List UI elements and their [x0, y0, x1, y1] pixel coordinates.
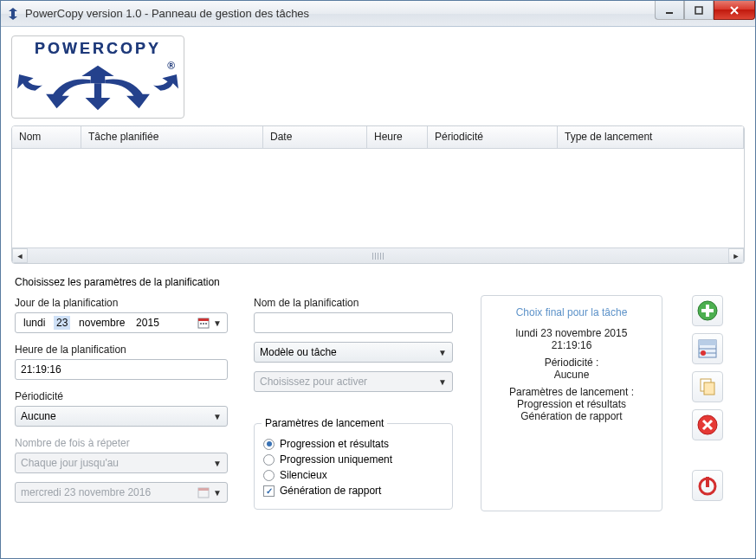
until-value: mercredi 23 novembre 2016 [21, 486, 151, 498]
chevron-down-icon: ▼ [213, 488, 222, 498]
table-header: Nom Tâche planifiée Date Heure Périodici… [12, 126, 744, 149]
svg-rect-3 [198, 318, 209, 321]
plan-name-column: Nom de la planification Modèle ou tâche … [254, 295, 453, 511]
time-value: 21:19:16 [21, 363, 61, 376]
calendar-icon [196, 485, 211, 499]
day-label: Jour de la planification [15, 297, 228, 309]
titlebar[interactable]: PowerCopy version 1.0 - Panneau de gesti… [1, 1, 755, 27]
summary-launch-line2: Génération de rapport [490, 410, 653, 422]
client-area: POWERCOPY ® Nom Tâche plan [1, 27, 755, 558]
launch-params-legend: Paramètres de lancement [262, 417, 387, 429]
maximize-button[interactable] [684, 1, 714, 20]
app-icon [6, 7, 20, 21]
model-or-task-select[interactable]: Modèle ou tâche ▼ [254, 342, 453, 363]
schedule-params-column: Jour de la planification lundi 23 novemb… [15, 295, 228, 511]
svg-point-16 [701, 350, 706, 356]
summary-time: 21:19:16 [490, 339, 653, 351]
svg-rect-6 [205, 323, 207, 324]
window-title: PowerCopy version 1.0 - Panneau de gesti… [25, 7, 655, 20]
svg-rect-13 [699, 340, 716, 345]
choose-to-activate-placeholder: Choisissez pour activer [260, 376, 367, 388]
action-buttons-column [692, 295, 723, 511]
tasks-table: Nom Tâche planifiée Date Heure Périodici… [11, 125, 745, 264]
col-periodicite[interactable]: Périodicité [428, 126, 558, 148]
chevron-down-icon: ▼ [213, 459, 222, 468]
app-window: PowerCopy version 1.0 - Panneau de gesti… [0, 0, 756, 559]
svg-rect-21 [706, 477, 709, 487]
day-day: 23 [54, 316, 70, 330]
svg-rect-4 [200, 323, 202, 324]
summary-period-label: Périodicité : [490, 357, 653, 369]
summary-panel: Choix final pour la tâche lundi 23 novem… [481, 295, 662, 511]
scroll-grip-icon [372, 253, 384, 260]
col-nom[interactable]: Nom [12, 126, 81, 148]
svg-rect-1 [695, 7, 702, 14]
plan-name-label: Nom de la planification [254, 297, 453, 309]
power-exit-button[interactable] [692, 470, 723, 501]
chevron-down-icon: ▼ [438, 348, 447, 357]
close-button[interactable] [714, 1, 755, 20]
svg-rect-11 [701, 309, 714, 312]
time-label: Heure de la planification [15, 344, 228, 356]
schedule-task-button[interactable] [692, 333, 723, 364]
periodicity-value: Aucune [21, 410, 56, 422]
repeat-select: Chaque jour jusqu'au ▼ [15, 453, 228, 473]
svg-rect-0 [666, 12, 673, 14]
launch-params-fieldset: Paramètres de lancement Progression et r… [254, 423, 453, 510]
minimize-button[interactable] [655, 1, 684, 20]
logo-text: POWERCOPY [17, 40, 178, 58]
summary-period-value: Aucune [490, 369, 653, 381]
svg-rect-5 [203, 323, 204, 324]
checkbox-icon[interactable] [263, 485, 275, 497]
opt-progress-only[interactable]: Progression uniquement [263, 453, 443, 466]
day-month: novembre [76, 316, 127, 330]
until-date-picker: mercredi 23 novembre 2016 ▼ [15, 482, 228, 503]
periodicity-select[interactable]: Aucune ▼ [15, 406, 228, 427]
radio-icon[interactable] [263, 470, 275, 481]
section-title: Choisissez les paramètres de la planific… [15, 276, 745, 288]
opt-silent[interactable]: Silencieux [263, 469, 443, 481]
time-input[interactable]: 21:19:16 [15, 359, 228, 380]
table-body[interactable] [12, 149, 744, 247]
summary-launch-label: Paramètres de lancement : [490, 386, 653, 398]
day-dow: lundi [21, 316, 48, 330]
model-or-task-placeholder: Modèle ou tâche [260, 346, 337, 358]
summary-head: Choix final pour la tâche [490, 306, 653, 318]
scroll-right-button[interactable]: ► [728, 248, 744, 263]
window-buttons [655, 1, 755, 26]
radio-icon[interactable] [263, 439, 275, 450]
app-logo: POWERCOPY ® [11, 35, 184, 119]
chevron-down-icon: ▼ [213, 412, 222, 421]
copy-task-button[interactable] [692, 371, 723, 402]
svg-rect-8 [198, 488, 209, 491]
chevron-down-icon[interactable]: ▼ [213, 318, 222, 328]
col-type[interactable]: Type de lancement [558, 126, 744, 148]
summary-date: lundi 23 novembre 2015 [490, 327, 653, 339]
horizontal-scrollbar[interactable]: ◄ ► [12, 247, 744, 263]
opt-progress-results[interactable]: Progression et résultats [263, 438, 443, 450]
registered-icon: ® [167, 60, 175, 72]
choose-to-activate-select: Choisissez pour activer ▼ [254, 371, 453, 392]
periodicity-label: Périodicité [15, 390, 228, 402]
add-task-button[interactable] [692, 295, 723, 326]
radio-icon[interactable] [263, 454, 275, 466]
delete-task-button[interactable] [692, 409, 723, 440]
col-date[interactable]: Date [263, 126, 367, 148]
calendar-icon[interactable] [196, 316, 211, 330]
repeat-value: Chaque jour jusqu'au [21, 457, 119, 469]
summary-launch-line1: Progression et résultats [490, 398, 653, 410]
plan-name-input[interactable] [254, 312, 453, 333]
day-year: 2015 [133, 316, 162, 330]
scroll-left-button[interactable]: ◄ [12, 248, 28, 263]
scroll-track[interactable] [28, 248, 728, 263]
col-tache[interactable]: Tâche planifiée [81, 126, 263, 148]
svg-rect-18 [704, 382, 714, 395]
col-heure[interactable]: Heure [367, 126, 428, 148]
repeat-label: Nombre de fois à répeter [15, 437, 228, 449]
opt-report[interactable]: Génération de rapport [263, 485, 443, 497]
chevron-down-icon: ▼ [438, 377, 447, 387]
day-picker[interactable]: lundi 23 novembre 2015 ▼ [15, 312, 228, 333]
